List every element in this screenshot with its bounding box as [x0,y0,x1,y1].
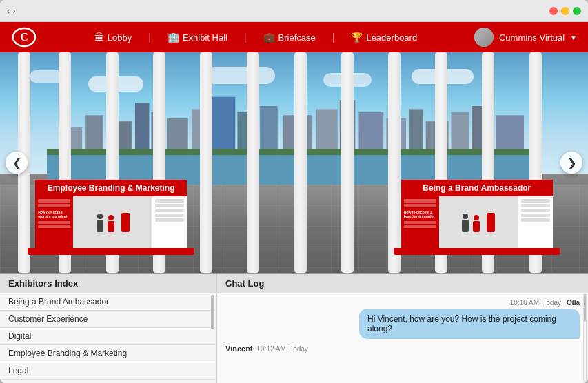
booth-1-body: How our brand recruits top talent [35,196,187,248]
b2r-line-5 [521,218,550,222]
booth-1-header: Employee Branding & Marketing [35,180,187,196]
b1r-line-1 [155,199,184,203]
svg-rect-11 [238,112,258,155]
browser-back-button[interactable]: ‹ [7,6,10,16]
b1r-line-2 [155,204,184,207]
chat-message-outgoing: 10:10 AM, Today Olla Hi Vincent, how are… [359,299,580,339]
bottom-panels: Exhibitors Index Being a Brand Ambassado… [0,273,588,383]
app-container: C 🏛 Lobby | 🏢 Exhibit Hall | 💼 Briefcase [0,22,588,383]
user-area[interactable]: Cummins Virtual ▼ [474,28,577,47]
b2r-line-3 [521,209,550,212]
booth-brand-ambassador[interactable]: Being a Brand Ambassador How to become a… [401,180,553,255]
b1r-line-3 [155,209,184,212]
browser-nav-arrows: ‹ › [7,6,16,16]
b2r-line-2 [521,204,550,207]
avatar-image [474,28,494,47]
nav-lobby-label: Lobby [108,32,132,43]
b2-person-2 [473,215,480,232]
booth-1-footer [28,248,194,255]
b1r-line-5 [155,218,184,222]
booth-2-panel-line-2 [404,204,436,207]
booth-2-body: How to become a brand ambassador [401,196,553,248]
exhibitor-item-legal[interactable]: Legal [0,362,216,380]
browser-forward-button[interactable]: › [12,6,15,16]
traffic-light-green[interactable] [573,7,581,15]
svg-rect-23 [47,149,541,156]
booth-2-header: Being a Brand Ambassador [401,180,553,196]
booth-2-panel-label: How to become a brand ambassador [404,210,436,218]
booth-2-people [462,213,495,232]
svg-rect-20 [452,112,469,155]
booth-1-center [73,196,152,248]
svg-rect-10 [211,97,236,155]
leaderboard-icon: 🏆 [351,32,363,43]
chat-message-incoming: Vincent 10:12 AM, Today [225,344,308,353]
nav-lobby[interactable]: 🏛 Lobby [94,32,132,43]
browser-window: ‹ › C 🏛 Lobby | [0,0,588,383]
svg-rect-9 [192,110,207,156]
carousel-right-arrow[interactable]: ❯ [560,152,582,174]
chat-sender-outgoing: Olla [567,299,580,307]
chat-timestamp-outgoing: 10:10 AM, Today [510,299,561,307]
chat-scrollbar-track[interactable] [583,293,587,383]
booth-1-panel-line-3 [38,221,70,224]
chat-meta-outgoing: 10:10 AM, Today Olla [510,299,580,307]
booth-1-stand [121,213,130,232]
b2r-line-1 [521,199,550,203]
exhibitor-item-customer-experience[interactable]: Customer Experience [0,311,216,328]
booth-1-panel-line-1 [38,199,70,203]
nav-separator-2: | [244,32,247,43]
logo-svg: C [12,27,37,48]
chat-timestamp-incoming: 10:12 AM, Today [257,345,308,353]
lobby-icon: 🏛 [94,32,104,43]
traffic-light-red[interactable] [549,7,558,15]
booth-2-left-panel: How to become a brand ambassador [401,196,439,248]
nav-exhibit-hall-label: Exhibit Hall [183,32,227,43]
venue-background: Employee Branding & Marketing How our br… [0,52,588,273]
traffic-light-yellow[interactable] [561,7,569,15]
svg-rect-6 [135,103,149,156]
svg-rect-7 [152,112,164,155]
exhibitor-item-brand-ambassador[interactable]: Being a Brand Ambassador [0,293,216,311]
user-name-label: Cummins Virtual [499,32,565,43]
nav-briefcase-label: Briefcase [278,32,316,43]
browser-chrome: ‹ › [0,0,588,22]
booth-1-panel-line-4 [38,225,70,228]
chat-panel: Chat Log 10:10 AM, Today Olla Hi Vincent… [217,274,588,383]
nav-leaderboard-label: Leaderboard [366,32,417,43]
chat-panel-title: Chat Log [217,274,588,293]
exhibitor-item-digital[interactable]: Digital [0,328,216,345]
exhibit-hall-icon: 🏢 [168,32,179,43]
b2-person-1 [462,214,469,232]
booth-employee-branding[interactable]: Employee Branding & Marketing How our br… [35,180,187,255]
booth-2-center [439,196,518,248]
skyline-svg [47,79,541,189]
chat-scrollbar-thumb[interactable] [584,294,586,322]
booth-2-panel-line-4 [404,225,436,228]
nav-leaderboard[interactable]: 🏆 Leaderboard [351,32,417,43]
nav-briefcase[interactable]: 💼 Briefcase [263,32,316,43]
booth-2-footer [394,248,560,255]
nav-exhibit-hall[interactable]: 🏢 Exhibit Hall [168,32,227,43]
nav-separator-3: | [332,32,335,43]
briefcase-icon: 💼 [263,32,275,43]
booth-1-people [97,213,130,232]
svg-rect-16 [359,112,384,155]
cummins-logo: C [11,26,37,48]
venue-area: Employee Branding & Marketing How our br… [0,52,588,273]
b1r-line-4 [155,214,184,217]
svg-rect-15 [340,101,356,156]
exhibitor-item-product-branding[interactable]: Product & Service Branding [0,380,216,382]
nav-separator-1: | [148,32,151,43]
person-2 [108,215,114,232]
svg-rect-21 [472,106,493,155]
exhibitors-scrollbar[interactable] [211,295,214,329]
exhibitor-item-employee-branding[interactable]: Employee Branding & Marketing [0,345,216,362]
exhibitors-list[interactable]: Being a Brand Ambassador Customer Experi… [0,293,216,382]
user-avatar [474,28,494,47]
booth-1-left-panel: How our brand recruits top talent [35,196,73,248]
chat-messages: 10:10 AM, Today Olla Hi Vincent, how are… [217,293,588,383]
svg-rect-14 [316,110,338,156]
b2r-line-4 [521,214,550,217]
carousel-left-arrow[interactable]: ❮ [6,152,28,174]
